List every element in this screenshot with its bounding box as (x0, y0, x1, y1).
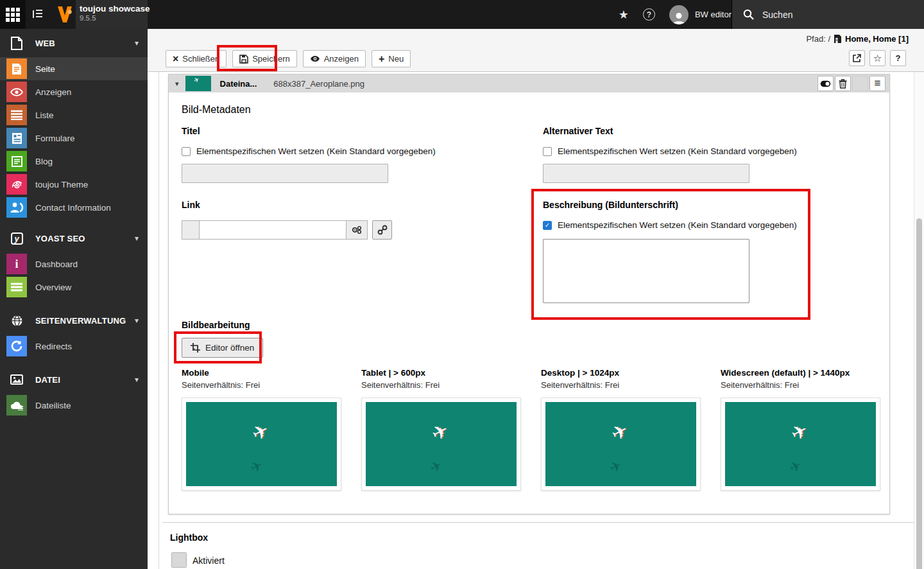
link-input[interactable] (199, 220, 346, 240)
chevron-down-icon: ▾ (135, 39, 139, 48)
docheader: Pfad: / Home, Home [1] × Schließen Speic… (148, 29, 924, 72)
alt-input[interactable] (543, 164, 749, 183)
open-editor-button[interactable]: Editor öffnen (182, 338, 263, 358)
preview-card[interactable]: ✈ ✈ (182, 398, 341, 491)
bookmark-star-icon[interactable]: ★ (619, 8, 629, 22)
yoast-icon: y (6, 232, 27, 245)
link-explanation-toggle[interactable] (346, 220, 368, 240)
pagetree-toggle-button[interactable] (32, 8, 44, 20)
field-titel: Titel Elementspezifischen Wert setzen (K… (182, 126, 529, 183)
sidebar-item-label: Liste (35, 110, 54, 120)
menu-icon: ≡ (875, 77, 881, 90)
plane-icon: ✈ (192, 76, 200, 84)
info-icon: i (6, 254, 27, 274)
beschreibung-textarea[interactable] (543, 239, 749, 303)
sidebar-item-contact-information[interactable]: Contact Information (0, 196, 148, 219)
preview-card[interactable]: ✈ ✈ (541, 398, 701, 491)
checkbox-unchecked[interactable] (182, 147, 191, 156)
close-icon: × (173, 54, 178, 64)
delete-button[interactable] (835, 76, 851, 91)
star-outline-icon: ☆ (873, 53, 882, 64)
list-icon (6, 277, 27, 297)
page-icon (834, 34, 842, 44)
checkbox-unchecked[interactable] (543, 147, 552, 156)
user-name: BW editor (695, 10, 732, 19)
checkbox-checked[interactable]: ✓ (543, 221, 552, 230)
sidebar-item-liste[interactable]: Liste (0, 103, 148, 127)
sidebar-item-blog[interactable]: Blog (0, 150, 148, 173)
titel-input[interactable] (182, 164, 388, 183)
close-button[interactable]: × Schließen (166, 50, 227, 67)
sidebar-item-dateiliste[interactable]: Dateiliste (0, 394, 148, 417)
preview-desktop: Desktop | > 1024px Seitenverhältnis: Fre… (541, 368, 701, 491)
filelist-icon (6, 395, 27, 416)
module-sidebar: WEB ▾ Seite Anzeigen Liste Formulare Blo… (0, 29, 148, 569)
sidebar-group-label: YOAST SEO (35, 234, 135, 243)
link-browser-button[interactable] (372, 220, 392, 240)
sidebar-group-yoast-seo[interactable]: y YOAST SEO ▾ (0, 224, 148, 252)
preview-image: ✈ ✈ (186, 402, 337, 486)
chevron-down-icon: ▾ (135, 316, 139, 325)
preview-ratio: Seitenverhältnis: Frei (361, 380, 521, 390)
sidebar-item-formulare[interactable]: Formulare (0, 127, 148, 150)
open-in-new-window-button[interactable] (849, 50, 865, 66)
plane-shadow-icon: ✈ (787, 457, 805, 477)
help-icon[interactable]: ? (643, 8, 655, 21)
breadcrumb-page-label: Home, Home [1] (845, 34, 909, 44)
scrollbar-thumb[interactable] (916, 218, 922, 569)
collapse-caret-icon[interactable]: ▾ (175, 80, 179, 88)
user-menu[interactable]: BW editor (669, 5, 732, 24)
toujou-logo-icon (56, 6, 73, 23)
sidebar-item-label: Blog (35, 157, 53, 166)
sidebar-item-redirects[interactable]: Redirects (0, 335, 148, 358)
sidebar-item-toujou-theme[interactable]: toujou Theme (0, 173, 148, 196)
sidebar-group-web[interactable]: WEB ▾ (0, 29, 148, 57)
module-menu-toggle-button[interactable] (0, 0, 26, 29)
preview-title: Tablet | > 600px (361, 368, 521, 378)
preview-card[interactable]: ✈ ✈ (721, 398, 880, 491)
sidebar-item-seite[interactable]: Seite (0, 57, 148, 80)
bildbearbeitung-label: Bildbearbeitung (182, 320, 877, 330)
grid-icon (6, 8, 20, 22)
help-button[interactable]: ? (890, 50, 906, 66)
preview-title: Mobile (182, 368, 341, 378)
alt-override-checkbox-row[interactable]: Elementspezifischen Wert setzen (Kein St… (543, 146, 877, 156)
titel-override-checkbox-row[interactable]: Elementspezifischen Wert setzen (Kein St… (182, 146, 529, 156)
drag-handle-button[interactable]: ≡ (869, 76, 886, 91)
bookmark-button[interactable]: ☆ (869, 50, 886, 66)
breadcrumb: Pfad: / Home, Home [1] (806, 34, 909, 44)
save-icon (239, 55, 248, 64)
sidebar-item-label: Anzeigen (35, 87, 71, 97)
preview-image: ✈ ✈ (366, 402, 517, 486)
scrollbar-track[interactable] (914, 72, 924, 569)
preview-image: ✈ ✈ (545, 402, 696, 486)
globe-icon (6, 315, 27, 327)
search-icon (743, 9, 754, 20)
preview-ratio: Seitenverhältnis: Frei (721, 380, 880, 390)
preview-widescreen: Widescreen (default) | > 1440px Seitenve… (721, 368, 880, 491)
search-bar[interactable]: Suchen (732, 0, 924, 29)
sidebar-item-dashboard[interactable]: i Dashboard (0, 252, 148, 276)
visibility-toggle-button[interactable] (817, 76, 834, 91)
sidebar-item-anzeigen[interactable]: Anzeigen (0, 80, 148, 103)
chevron-down-icon: ▾ (135, 234, 139, 243)
question-icon: ? (896, 53, 901, 63)
avatar (669, 5, 689, 24)
sidebar-group-datei[interactable]: DATEI ▾ (0, 365, 148, 394)
plane-icon: ✈ (248, 418, 273, 446)
preview-card[interactable]: ✈ ✈ (361, 398, 521, 491)
record-header[interactable]: ▾ ✈ Dateina... 688x387_Aeroplane.png ≡ (169, 74, 889, 92)
view-button[interactable]: Anzeigen (303, 50, 366, 67)
topbar: toujou showcase 9.5.5 ★ ? BW editor Such… (0, 0, 924, 29)
breadcrumb-path-label: Pfad: / (806, 34, 830, 44)
new-button[interactable]: + Neu (372, 50, 411, 67)
content-divider (158, 72, 159, 569)
preview-tablet: Tablet | > 600px Seitenverhältnis: Frei … (361, 368, 521, 491)
lightbox-activated-checkbox[interactable] (171, 552, 187, 568)
beschreibung-override-checkbox-row[interactable]: ✓ Elementspezifischen Wert setzen (Kein … (543, 220, 877, 230)
sidebar-item-overview[interactable]: Overview (0, 276, 148, 299)
save-button[interactable]: Speichern (232, 50, 297, 67)
section-divider (162, 522, 914, 523)
sidebar-group-seitenverwaltung[interactable]: SEITENVERWALTUNG ▾ (0, 306, 148, 335)
preview-title: Desktop | > 1024px (541, 368, 701, 378)
